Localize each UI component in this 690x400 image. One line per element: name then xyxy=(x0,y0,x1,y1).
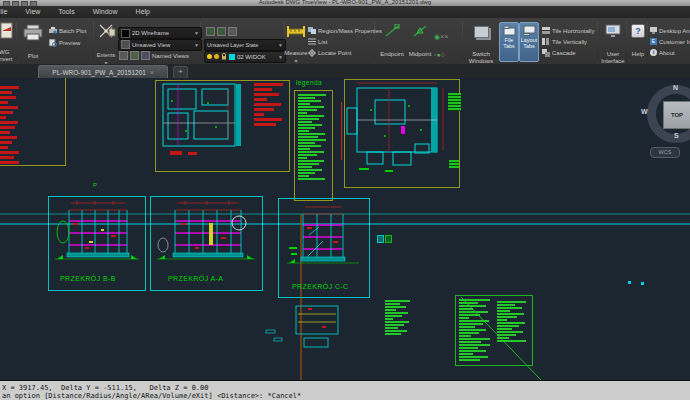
drawing-canvas[interactable]: legenda P xyxy=(0,78,690,380)
view-tool-icon xyxy=(130,51,139,60)
batch-plot-button[interactable]: Batch Plot xyxy=(49,27,86,34)
tile-horizontal-icon xyxy=(542,27,550,34)
list-icon xyxy=(308,38,316,45)
ribbon: DWGConvert Plot Batch Plot Preview Exten… xyxy=(0,18,690,65)
green-note-column xyxy=(497,301,529,343)
named-views-button[interactable]: Named Views xyxy=(119,51,189,60)
file-tab-bar: PL-WRO-901_PW_A_20151201 × + xyxy=(0,64,690,79)
locate-point-icon xyxy=(308,49,316,57)
green-note-block xyxy=(448,93,461,111)
help-icon: ? xyxy=(631,24,645,38)
customer-involvement-button[interactable]: E Customer Inv xyxy=(650,38,690,45)
midpoint-icon xyxy=(412,24,428,38)
layer-state-dropdown[interactable]: Unsaved Layer State▼ xyxy=(204,39,286,51)
layout-tabs-toggle[interactable]: LayoutTabs xyxy=(519,22,539,62)
viewcube-west[interactable]: W xyxy=(641,108,648,115)
tile-vertical-icon xyxy=(542,38,550,45)
viewcube-south[interactable]: S xyxy=(674,132,679,139)
list-button[interactable]: List xyxy=(308,38,327,45)
viewcube-wcs-menu[interactable]: WCS xyxy=(650,147,680,158)
viewcube-top-face[interactable]: TOP xyxy=(663,101,690,129)
visual-style-icon xyxy=(121,29,130,38)
dwg-convert-button[interactable]: DWGConvert xyxy=(0,22,16,44)
pan-hand-icon[interactable] xyxy=(107,25,117,37)
detail-mark xyxy=(628,281,631,284)
view-icon xyxy=(121,40,130,49)
marker-p: P xyxy=(93,182,97,188)
view-tool-icon xyxy=(119,51,128,60)
midpoint-button[interactable]: Midpoint xyxy=(406,24,434,42)
layer-tool-icon xyxy=(228,27,237,36)
layout-tabs-icon xyxy=(523,25,536,36)
green-note-block xyxy=(449,160,459,168)
command-prompt-line: an option [Distance/Radius/Angle/ARea/Vo… xyxy=(2,392,301,400)
command-history-line: X = 3917.45, Delta Y = -511.15, Delta Z … xyxy=(2,384,209,392)
file-tabs-icon xyxy=(503,25,516,36)
endpoint-button[interactable]: Endpoint xyxy=(378,24,406,42)
user-interface-icon xyxy=(605,24,621,38)
lock-icon xyxy=(221,53,227,60)
green-note-block xyxy=(385,300,412,336)
locate-point-button[interactable]: Locate Point xyxy=(308,49,351,57)
viewport-plan-1 xyxy=(155,80,290,172)
red-schedule-block xyxy=(0,86,21,166)
endpoint-icon xyxy=(384,24,400,38)
layer-dropdown[interactable]: 02 WIDOK▼ xyxy=(204,51,286,63)
layer-tools[interactable] xyxy=(206,27,237,36)
tile-horizontally-button[interactable]: Tile Horizontally xyxy=(542,27,594,34)
floor-plan-2 xyxy=(345,80,457,185)
measure-button[interactable]: Measure ▾ xyxy=(284,24,308,42)
about-button[interactable]: i About xyxy=(650,49,675,56)
viewcube-north[interactable]: N xyxy=(673,84,678,91)
desktop-analytics-button[interactable]: Desktop Anal xyxy=(650,27,690,34)
printer-icon xyxy=(23,24,43,41)
visual-style-dropdown[interactable]: 2D Wireframe▼ xyxy=(118,27,202,39)
view-tool-icon xyxy=(141,51,150,60)
about-icon: i xyxy=(650,49,657,56)
layer-tool-icon xyxy=(217,27,226,36)
switch-windows-icon xyxy=(474,26,489,38)
help-button[interactable]: ? Help xyxy=(629,24,647,38)
file-tab-active[interactable]: PL-WRO-901_PW_A_20151201 × xyxy=(38,65,168,79)
customer-involvement-icon: E xyxy=(650,38,657,45)
detail-mark xyxy=(385,235,392,243)
red-schedule-block xyxy=(254,83,286,128)
detail-mark xyxy=(377,235,384,243)
legend-items xyxy=(298,94,328,181)
layer-on-icon xyxy=(207,54,212,59)
cascade-button[interactable]: Cascade xyxy=(542,49,576,57)
batch-plot-icon xyxy=(49,27,57,34)
detail-mark xyxy=(641,282,644,285)
region-mass-properties-button[interactable]: Region/Mass Properties xyxy=(308,27,382,34)
legend-title: legenda xyxy=(296,79,322,86)
preview-icon xyxy=(49,39,57,47)
viewport-plan-2 xyxy=(344,79,460,188)
desktop-analytics-icon xyxy=(650,27,657,34)
cascade-icon xyxy=(542,49,550,57)
layer-freeze-icon xyxy=(214,54,219,59)
ruler-icon xyxy=(287,25,305,38)
section-aa-label: PRZEKRÓJ A-A xyxy=(168,275,223,282)
boxed-notes xyxy=(455,295,533,366)
view-dropdown[interactable]: Unsaved View▼ xyxy=(118,39,202,51)
section-cc-label: PRZEKRÓJ C-C xyxy=(292,283,349,290)
dimension-line xyxy=(341,102,342,160)
switch-windows-button[interactable]: SwitchWindows xyxy=(466,24,496,42)
preview-button[interactable]: Preview xyxy=(49,39,80,47)
green-note-column xyxy=(459,299,493,362)
legend-box xyxy=(294,90,333,201)
tab-close-icon[interactable]: × xyxy=(150,69,154,76)
layer-tool-icon xyxy=(206,27,215,36)
file-tabs-toggle[interactable]: FileTabs xyxy=(499,22,519,62)
user-interface-button[interactable]: UserInterface xyxy=(600,24,626,42)
tile-vertically-button[interactable]: Tile Vertically xyxy=(542,38,587,45)
plot-button[interactable]: Plot xyxy=(20,24,46,45)
window-title: Autodesk DWG TrueView - PL-WRO-901_PW_A_… xyxy=(0,0,690,5)
section-bb-label: PRZEKRÓJ B-B xyxy=(60,275,116,282)
command-line-panel[interactable]: X = 3917.45, Delta Y = -511.15, Delta Z … xyxy=(0,380,690,400)
region-icon xyxy=(308,27,316,34)
app-window: Autodesk DWG TrueView - PL-WRO-901_PW_A_… xyxy=(0,0,690,400)
detail-drawing xyxy=(260,302,356,356)
section-drawing-cc xyxy=(279,199,367,295)
layer-color-swatch xyxy=(229,54,235,60)
